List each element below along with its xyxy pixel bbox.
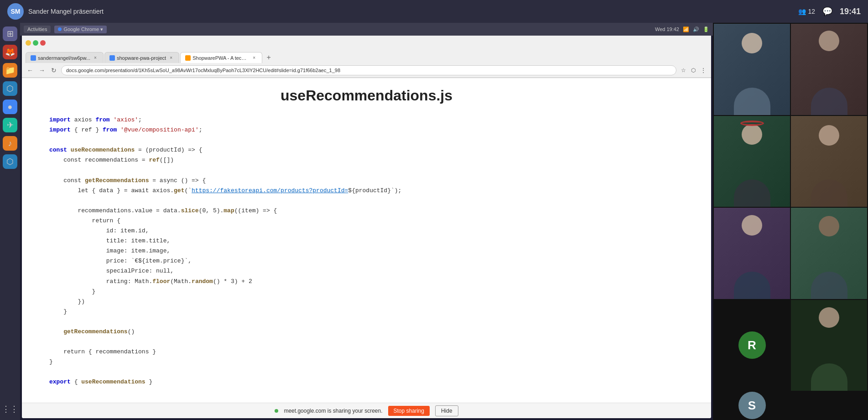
head-3 xyxy=(742,124,762,145)
chrome-icon[interactable]: ● xyxy=(3,100,17,114)
head-6 xyxy=(819,216,839,236)
code-line-18: getRecommendations() xyxy=(49,327,684,337)
video-tile-4 xyxy=(791,116,867,207)
tab1-label: sandermangel/sw6pw... xyxy=(38,55,90,61)
files-icon[interactable]: 📁 xyxy=(3,63,17,78)
firefox-icon[interactable]: 🦊 xyxy=(3,45,17,59)
bookmark-btn[interactable]: ☆ xyxy=(679,66,687,74)
code-line-8: return { xyxy=(49,216,684,226)
share-message: meet.google.com is sharing your screen. xyxy=(284,408,382,414)
person-silhouette-2 xyxy=(791,24,867,115)
avatar-r: R xyxy=(738,331,766,359)
telegram-icon[interactable]: ✈ xyxy=(3,118,17,132)
code-block: import axios from 'axios'; import { ref … xyxy=(49,115,684,388)
browser-actions: ☆ ⬡ ⋮ xyxy=(679,66,707,74)
tab-1[interactable]: sandermangel/sw6pw... × xyxy=(26,52,104,63)
minimize-btn[interactable] xyxy=(26,40,31,46)
code-line-5: const getRecommendations = async () => { xyxy=(49,176,684,186)
tab-2[interactable]: shopware-pwa-project × xyxy=(104,52,179,63)
browser-chrome: sandermangel/sw6pw... × shopware-pwa-pro… xyxy=(22,36,711,78)
code-line-1: import axios from 'axios'; xyxy=(49,115,684,125)
slide-inner: useRecommendations.js import axios from … xyxy=(22,78,711,403)
new-tab-btn[interactable]: + xyxy=(263,52,274,63)
code-line-6: let { data } = await axios.get(`https://… xyxy=(49,186,684,196)
code-line-7: recommendations.value = data.slice(0, 5)… xyxy=(49,206,684,216)
tab2-close[interactable]: × xyxy=(168,55,174,61)
stop-sharing-button[interactable]: Stop sharing xyxy=(388,406,430,416)
code-line-19: return { recommendations } xyxy=(49,347,684,357)
share-notification: meet.google.com is sharing your screen. … xyxy=(22,403,711,418)
video-tile-3 xyxy=(714,116,790,207)
person-silhouette-3 xyxy=(714,116,790,207)
avatar-s: S xyxy=(738,392,766,419)
participants-badge: 👥 12 xyxy=(798,8,815,15)
code-line-9: id: item.id, xyxy=(49,226,684,236)
menu-btn[interactable]: ⋮ xyxy=(699,66,707,74)
slide-title: useRecommendations.js xyxy=(49,87,684,104)
grid-dots-icon[interactable]: ⋮⋮ xyxy=(3,402,17,416)
participants-count: 12 xyxy=(808,8,815,15)
video-tile-9: S xyxy=(714,392,790,419)
forward-btn[interactable]: → xyxy=(37,66,47,75)
body-4 xyxy=(811,179,847,207)
activities-taskbar-item[interactable]: Activities xyxy=(24,26,51,33)
sound-icon: 🔊 xyxy=(693,26,699,32)
code-line-4: const recommendations = ref([]) xyxy=(49,155,684,165)
body-3 xyxy=(734,179,770,207)
code-line-2: import { ref } from '@vue/composition-ap… xyxy=(49,125,684,135)
person-silhouette-5 xyxy=(714,208,790,299)
code-line-3: const useRecommendations = (productId) =… xyxy=(49,145,684,155)
activities-label: Activities xyxy=(27,26,47,32)
presenter-info: SM Sander Mangel präsentiert xyxy=(7,3,104,20)
address-bar[interactable]: docs.google.com/presentation/d/1Kh5sLwSo… xyxy=(61,65,676,75)
top-bar: SM Sander Mangel präsentiert 👥 12 💬 19:4… xyxy=(0,0,868,23)
code-line-14: rating: Math.floor(Math.random() * 3) + … xyxy=(49,277,684,287)
activities-icon[interactable]: ⊞ xyxy=(3,26,17,41)
close-btn[interactable] xyxy=(40,40,46,46)
share-dot xyxy=(275,409,278,413)
os-taskbar: Activities Google Chrome ▾ Wed 19:42 📶 🔊… xyxy=(20,23,713,36)
extensions-btn[interactable]: ⬡ xyxy=(689,66,697,74)
tab3-close[interactable]: × xyxy=(251,55,257,61)
video-tile-6 xyxy=(791,208,867,299)
spotify-icon[interactable]: ♪ xyxy=(3,136,17,151)
browser-toolbar: ← → ↻ docs.google.com/presentation/d/1Kh… xyxy=(22,63,711,78)
back-btn[interactable]: ← xyxy=(26,66,35,75)
presenter-avatar: SM xyxy=(7,3,24,20)
browser-window: sandermangel/sw6pw... × shopware-pwa-pro… xyxy=(22,36,711,418)
phpstorm-icon[interactable]: ⬡ xyxy=(3,81,17,96)
body-6 xyxy=(811,272,847,299)
code-line-13: specialPrice: null, xyxy=(49,266,684,276)
video-tile-8 xyxy=(791,300,867,391)
head-8 xyxy=(819,307,839,328)
headphones xyxy=(740,121,764,126)
participants-icon: 👥 xyxy=(798,8,806,15)
code-line-blank-6 xyxy=(49,367,684,377)
video-tile-2 xyxy=(791,24,867,115)
body-2 xyxy=(811,88,847,115)
hide-button[interactable]: Hide xyxy=(435,405,458,416)
address-text: docs.google.com/presentation/d/1Kh5sLwSo… xyxy=(66,68,340,73)
reload-btn[interactable]: ↻ xyxy=(49,66,58,75)
maximize-btn[interactable] xyxy=(33,40,38,46)
chat-icon[interactable]: 💬 xyxy=(822,6,832,16)
body-8 xyxy=(811,363,847,391)
chrome-taskbar-label: Google Chrome ▾ xyxy=(63,26,103,32)
code-line-blank-3 xyxy=(49,196,684,206)
left-sidebar: ⊞ 🦊 📁 ⬡ ● ✈ ♪ ⬡ ⋮⋮ xyxy=(0,23,20,420)
tab-3[interactable]: ShopwarePWA - A techn... × xyxy=(180,52,262,63)
vscode-icon[interactable]: ⬡ xyxy=(3,154,17,169)
tab3-label: ShopwarePWA - A techn... xyxy=(192,55,249,61)
code-line-15: } xyxy=(49,287,684,297)
browser-tabs: sandermangel/sw6pw... × shopware-pwa-pro… xyxy=(22,50,711,63)
code-line-blank-4 xyxy=(49,317,684,327)
person-silhouette-4 xyxy=(791,116,867,207)
tab3-favicon xyxy=(185,55,191,61)
tab1-close[interactable]: × xyxy=(92,55,99,61)
tab2-favicon xyxy=(109,55,115,61)
code-line-10: title: item.title, xyxy=(49,236,684,246)
slide-content: useRecommendations.js import axios from … xyxy=(22,78,711,418)
person-silhouette-1 xyxy=(714,24,790,115)
chrome-taskbar-item[interactable]: Google Chrome ▾ xyxy=(54,26,107,33)
presenter-name: Sander Mangel präsentiert xyxy=(28,8,104,15)
